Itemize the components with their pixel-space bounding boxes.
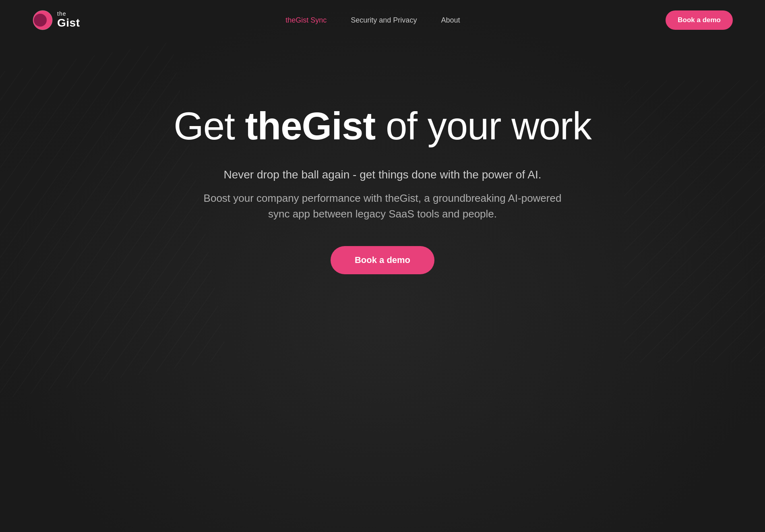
- logo[interactable]: the Gist: [32, 10, 80, 31]
- logo-gist: Gist: [57, 17, 80, 29]
- hero-title-bold: theGist: [245, 104, 376, 147]
- navbar: the Gist theGist Sync Security and Priva…: [0, 0, 765, 40]
- hero-subtitle: Never drop the ball again - get things d…: [223, 167, 541, 182]
- hero-section: Get theGist of your work Never drop the …: [0, 40, 765, 306]
- nav-link-thegist-sync[interactable]: theGist Sync: [285, 16, 327, 25]
- nav-link-security-privacy[interactable]: Security and Privacy: [351, 16, 417, 25]
- hero-description: Boost your company performance with theG…: [201, 190, 564, 222]
- hero-title: Get theGist of your work: [174, 105, 591, 147]
- svg-point-1: [34, 14, 47, 27]
- nav-book-demo-button[interactable]: Book a demo: [666, 10, 733, 30]
- hero-title-plain: Get: [174, 104, 245, 147]
- nav-links: theGist Sync Security and Privacy About: [285, 16, 460, 25]
- hero-title-suffix: of your work: [375, 104, 591, 147]
- logo-the: the: [57, 11, 80, 17]
- logo-text: the Gist: [57, 11, 80, 29]
- logo-icon: [32, 10, 53, 31]
- hero-book-demo-button[interactable]: Book a demo: [331, 246, 434, 274]
- nav-link-about[interactable]: About: [441, 16, 460, 25]
